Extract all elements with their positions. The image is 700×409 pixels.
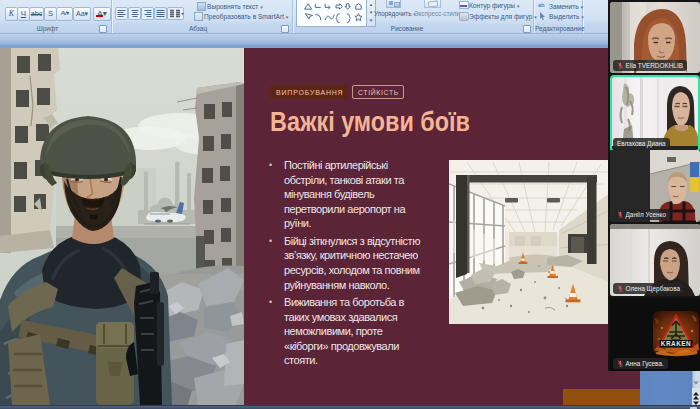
svg-text:KRAKEN: KRAKEN bbox=[661, 340, 691, 347]
svg-text:ab: ab bbox=[538, 2, 545, 8]
